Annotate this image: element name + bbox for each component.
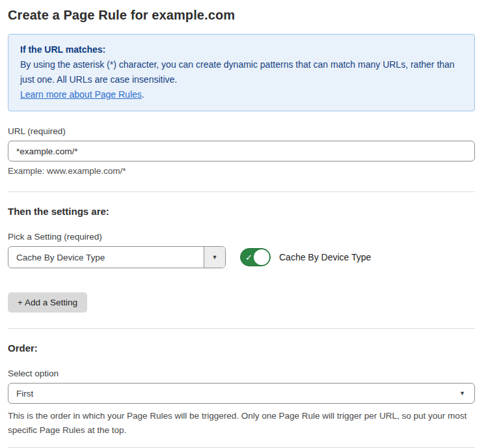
url-input[interactable] [8,141,475,161]
setting-row: Cache By Device Type ▼ ✓ Cache By Device… [8,246,475,268]
url-field-label: URL (required) [8,126,475,136]
check-icon: ✓ [245,253,252,262]
order-select[interactable]: First ▼ [8,383,475,404]
learn-more-link[interactable]: Learn more about Page Rules [20,89,142,100]
link-suffix: . [142,89,144,100]
url-match-info-box: If the URL matches: By using the asteris… [8,34,475,111]
toggle-knob [254,249,269,265]
setting-select-value: Cache By Device Type [8,247,204,268]
setting-picker-label: Pick a Setting (required) [8,232,475,242]
page-title: Create a Page Rule for example.com [8,8,475,23]
page-rule-form: Create a Page Rule for example.com If th… [0,0,488,448]
order-section-heading: Order: [8,343,475,354]
chevron-down-icon: ▼ [459,391,465,397]
info-box-heading: If the URL matches: [20,42,463,57]
setting-toggle-wrap: ✓ Cache By Device Type [240,248,371,266]
url-example-hint: Example: www.example.com/* [8,166,475,176]
divider [8,191,475,192]
order-select-label: Select option [8,369,475,378]
order-helper-text: This is the order in which your Page Rul… [8,409,475,438]
chevron-down-icon: ▼ [212,255,218,260]
info-box-link-line: Learn more about Page Rules. [20,87,463,102]
setting-select[interactable]: Cache By Device Type ▼ [8,246,226,268]
add-setting-button[interactable]: + Add a Setting [8,292,87,313]
settings-section-heading: Then the settings are: [8,206,475,217]
setting-select-caret-button[interactable]: ▼ [204,247,225,268]
toggle-label: Cache By Device Type [279,252,371,262]
cache-by-device-type-toggle[interactable]: ✓ [240,248,271,266]
divider [8,328,475,329]
info-box-body: By using the asterisk (*) character, you… [20,57,463,87]
order-select-value: First [16,389,459,399]
